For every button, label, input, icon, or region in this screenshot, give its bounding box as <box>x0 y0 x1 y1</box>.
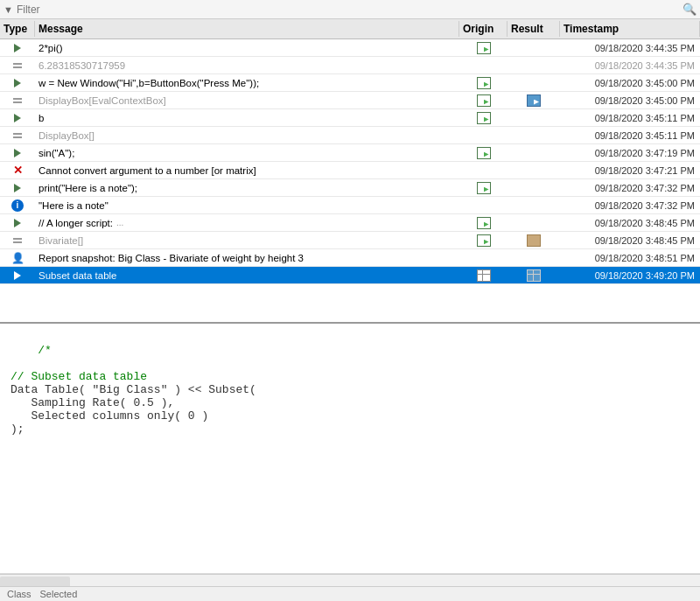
row-message: "Here is a note" <box>35 199 459 212</box>
row-message: b <box>35 112 459 124</box>
row-type-icon <box>0 183 35 193</box>
row-type-icon <box>0 97 35 104</box>
row-origin <box>459 234 508 248</box>
row-type-icon: i <box>0 199 35 213</box>
info-icon: i <box>11 199 24 212</box>
col-result: Result <box>508 21 560 37</box>
equals-icon <box>11 98 24 103</box>
col-message: Message <box>35 21 459 37</box>
row-message: Report snapshot: Big Class - Bivariate o… <box>35 252 459 264</box>
code-line-2: Sampling Rate( 0.5 ), <box>10 396 174 409</box>
row-origin <box>459 170 508 171</box>
table-row[interactable]: w = New Window("Hi",b=ButtonBox("Press M… <box>0 74 700 92</box>
run-icon <box>14 44 21 52</box>
row-message: sin("A"); <box>35 147 459 159</box>
row-message: 6.28318530717959 <box>35 59 459 72</box>
row-origin <box>459 257 508 259</box>
error-icon: ✕ <box>13 164 23 177</box>
table-row[interactable]: 2*pi() 09/18/2020 3:44:35 PM <box>0 39 700 57</box>
row-origin <box>459 111 508 125</box>
table-row[interactable]: sin("A"); 09/18/2020 3:47:19 PM <box>0 144 700 162</box>
row-timestamp: 09/18/2020 3:44:35 PM <box>560 42 700 54</box>
row-type-icon <box>0 78 35 88</box>
row-timestamp: 09/18/2020 3:44:35 PM <box>560 59 700 72</box>
row-result <box>508 205 560 206</box>
table-row[interactable]: print("Here is a note"); 09/18/2020 3:47… <box>0 179 700 197</box>
row-message: DisplayBox[EvalContextBox] <box>35 94 459 107</box>
table-header: Type Message Origin Result Timestamp <box>0 19 700 39</box>
row-type-icon <box>0 237 35 244</box>
row-timestamp: 09/18/2020 3:48:45 PM <box>560 217 700 229</box>
result-highlighted-icon <box>527 94 541 107</box>
search-icon: 🔍 <box>682 3 696 16</box>
row-result <box>508 222 560 224</box>
row-timestamp: 09/18/2020 3:45:11 PM <box>560 129 700 142</box>
row-origin <box>459 181 508 195</box>
person-icon: 👤 <box>11 252 24 264</box>
equals-icon <box>11 238 24 243</box>
row-origin <box>459 76 508 90</box>
row-origin <box>459 216 508 230</box>
row-timestamp: 09/18/2020 3:47:21 PM <box>560 164 700 177</box>
run-icon <box>14 184 21 192</box>
row-message: print("Here is a note"); <box>35 182 459 194</box>
run-icon <box>14 271 21 280</box>
row-origin <box>459 146 508 160</box>
row-timestamp: 09/18/2020 3:47:32 PM <box>560 182 700 194</box>
table-row[interactable]: b 09/18/2020 3:45:11 PM <box>0 109 700 127</box>
row-message: 2*pi() <box>35 42 459 54</box>
row-timestamp: 09/18/2020 3:49:20 PM <box>560 269 700 282</box>
row-result <box>508 94 560 108</box>
origin-doc-icon <box>477 217 491 229</box>
row-result <box>508 269 560 283</box>
row-result <box>508 82 560 84</box>
filter-icon: ▼ <box>4 4 13 15</box>
table-row[interactable]: 👤 Report snapshot: Big Class - Bivariate… <box>0 249 700 267</box>
table-row[interactable]: DisplayBox[EvalContextBox] 09/18/2020 3:… <box>0 92 700 109</box>
row-message: Cannot convert argument to a number [or … <box>35 164 459 177</box>
table-row[interactable]: ✕ Cannot convert argument to a number [o… <box>0 162 700 179</box>
col-type: Type <box>0 21 35 37</box>
origin-doc-icon <box>477 147 491 159</box>
row-timestamp: 09/18/2020 3:48:51 PM <box>560 252 700 264</box>
run-icon <box>14 79 21 87</box>
filter-bar: ▼ 🔍 <box>0 0 700 19</box>
table-row[interactable]: 6.28318530717959 09/18/2020 3:44:35 PM <box>0 57 700 74</box>
table-row[interactable]: DisplayBox[] 09/18/2020 3:45:11 PM <box>0 127 700 144</box>
code-editor[interactable]: /* // Subset data table Data Table( "Big… <box>0 324 700 574</box>
row-origin <box>459 41 508 55</box>
row-timestamp: 09/18/2020 3:47:32 PM <box>560 199 700 212</box>
filter-input[interactable] <box>17 3 682 16</box>
result-tan-icon <box>527 234 541 247</box>
row-message: Bivariate[] <box>35 234 459 247</box>
row-result <box>508 257 560 259</box>
row-origin <box>459 94 508 108</box>
row-type-icon <box>0 270 35 281</box>
origin-doc-icon <box>477 112 491 124</box>
code-line-comment: /* <box>38 344 52 357</box>
row-type-icon <box>0 113 35 123</box>
table-row[interactable]: Bivariate[] 09/18/2020 3:48:45 PM <box>0 232 700 249</box>
horizontal-scrollbar[interactable] <box>0 574 700 586</box>
table-row[interactable]: Subset data table 09/18/2020 3:49:20 PM <box>0 267 700 284</box>
row-type-icon <box>0 218 35 228</box>
row-result <box>508 135 560 136</box>
row-result <box>508 65 560 66</box>
row-type-icon <box>0 132 35 139</box>
row-type-icon <box>0 148 35 158</box>
table-row[interactable]: // A longer script: ... 09/18/2020 3:48:… <box>0 214 700 232</box>
selected-label: Selected <box>40 589 78 599</box>
col-origin: Origin <box>459 21 508 37</box>
row-timestamp: 09/18/2020 3:45:11 PM <box>560 112 700 124</box>
row-timestamp: 09/18/2020 3:45:00 PM <box>560 94 700 107</box>
table-row[interactable]: i "Here is a note" 09/18/2020 3:47:32 PM <box>0 197 700 214</box>
row-result <box>508 187 560 189</box>
equals-icon <box>11 133 24 138</box>
row-origin <box>459 65 508 66</box>
row-result <box>508 47 560 49</box>
row-timestamp: 09/18/2020 3:48:45 PM <box>560 234 700 247</box>
row-type-icon <box>0 62 35 69</box>
origin-doc-icon <box>477 182 491 194</box>
row-result <box>508 117 560 119</box>
status-bar: Class Selected <box>0 586 700 601</box>
